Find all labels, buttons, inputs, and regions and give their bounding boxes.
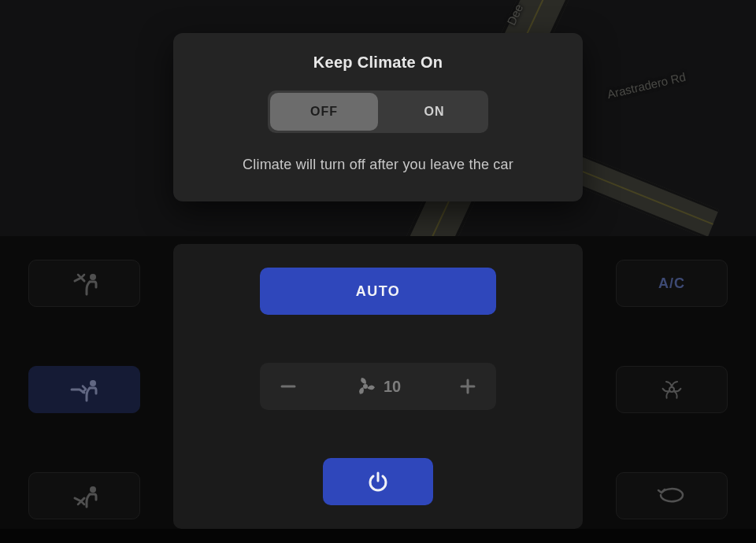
fan-decrease-button[interactable] [272,371,304,402]
ac-label: A/C [658,275,685,292]
biohazard-button[interactable] [616,366,728,413]
climate-panel: A/C AUTO [0,236,756,543]
svg-point-0 [90,274,96,280]
biohazard-icon [658,375,686,404]
popup-caption: Climate will turn off after you leave th… [197,157,559,173]
road-label: Arastradero Rd [606,70,687,101]
climate-power-button[interactable] [323,458,433,505]
airflow-face-icon [64,270,105,297]
keep-climate-popup: Keep Climate On OFF ON Climate will turn… [173,33,583,201]
airflow-body-icon [64,376,105,403]
keep-climate-on-button[interactable]: ON [380,90,488,133]
keep-climate-off-button[interactable]: OFF [270,93,378,131]
airflow-column [28,260,170,519]
power-icon [367,471,389,493]
recirculate-icon [656,486,687,506]
svg-point-5 [363,384,368,389]
road-label: Dee [504,2,525,27]
mode-column: A/C [586,260,728,519]
bottom-system-bar [0,529,756,543]
popup-title: Keep Climate On [197,54,559,72]
svg-point-1 [90,380,96,386]
fan-speed-value: 10 [384,378,401,396]
fan-speed-readout: 10 [355,376,401,397]
airflow-feet-icon [64,482,105,509]
keep-climate-toggle: OFF ON [268,90,488,133]
svg-point-2 [90,486,96,493]
fan-increase-button[interactable] [452,371,484,402]
ac-button[interactable]: A/C [616,260,728,307]
climate-center-card: AUTO 10 [173,244,583,529]
plus-icon [459,378,476,395]
minus-icon [280,378,297,395]
recirculate-button[interactable] [616,472,728,519]
airflow-face-button[interactable] [28,260,140,307]
airflow-body-button[interactable] [28,366,140,413]
fan-speed-control: 10 [260,363,496,410]
auto-button[interactable]: AUTO [260,268,496,315]
airflow-feet-button[interactable] [28,472,140,519]
fan-icon [355,376,376,397]
